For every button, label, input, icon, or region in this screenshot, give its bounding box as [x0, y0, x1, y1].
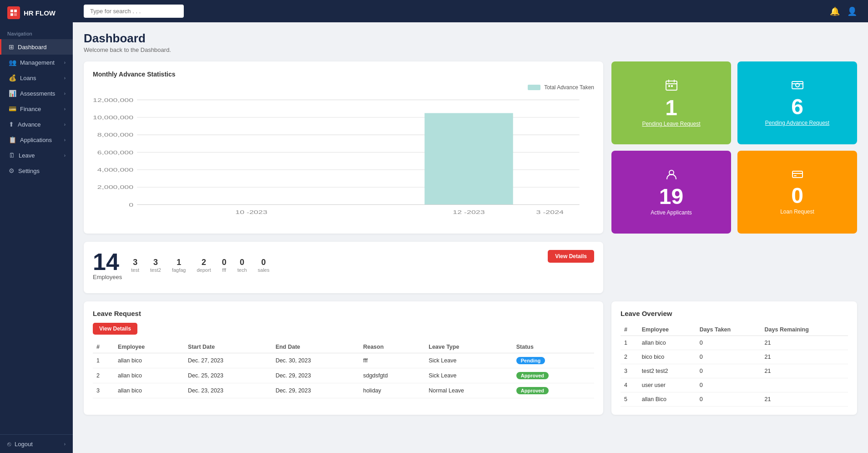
pending-advance-label: Pending Advance Request	[765, 120, 829, 126]
leave-overview-title: Leave Overview	[621, 310, 848, 317]
svg-rect-19	[424, 113, 513, 204]
table-row: 1 allan bico 0 21	[621, 336, 848, 350]
bottom-grid: Leave Request View Details # Employee St…	[84, 301, 857, 415]
active-applicants-number: 19	[659, 186, 683, 208]
svg-text:10 -2023: 10 -2023	[235, 209, 267, 215]
svg-text:8,000,000: 8,000,000	[97, 132, 133, 138]
cell-days-remaining: 21	[761, 336, 848, 350]
sidebar-item-management[interactable]: 👥 Management ›	[0, 55, 73, 70]
loans-icon: 💰	[9, 74, 16, 81]
cell-days-taken: 0	[696, 392, 761, 407]
cell-end-date: Dec. 29, 2023	[272, 383, 360, 398]
col-num: #	[93, 341, 114, 353]
logout-label: Logout	[15, 441, 33, 448]
cell-days-taken: 0	[696, 350, 761, 364]
employees-view-details-button[interactable]: View Details	[548, 250, 594, 263]
sidebar-item-label: Dashboard	[18, 44, 47, 51]
cell-num: 1	[93, 353, 114, 368]
cell-status: Pending	[513, 353, 594, 368]
cell-end-date: Dec. 30, 2023	[272, 353, 360, 368]
svg-text:3 -2024: 3 -2024	[536, 209, 564, 215]
dept-count: 2	[202, 258, 206, 267]
chevron-right-icon: ›	[64, 76, 66, 81]
col-days-taken: Days Taken	[696, 324, 761, 336]
management-icon: 👥	[9, 59, 16, 66]
nav-section-label: Navigation	[0, 25, 73, 39]
sidebar-item-settings[interactable]: ⚙ Settings	[0, 163, 73, 178]
loan-request-label: Loan Request	[780, 209, 814, 215]
logo-icon	[7, 6, 20, 19]
sidebar-item-finance[interactable]: 💳 Finance ›	[0, 101, 73, 117]
employees-count: 14	[93, 250, 122, 274]
leave-view-details-button[interactable]: View Details	[93, 323, 137, 335]
sidebar-item-label: Management	[20, 59, 55, 66]
applicants-icon	[666, 168, 677, 183]
cell-num: 2	[621, 350, 638, 364]
cell-days-taken: 0	[696, 378, 761, 392]
employees-label: Employees	[93, 274, 122, 280]
sidebar-item-leave[interactable]: 🗓 Leave ›	[0, 148, 73, 163]
dept-name: deport	[197, 267, 211, 273]
content-area: Dashboard Welcome back to the Dashboard.…	[73, 22, 868, 453]
page-subtitle: Welcome back to the Dashboard.	[84, 46, 857, 53]
cell-start-date: Dec. 25, 2023	[184, 368, 272, 383]
logo[interactable]: HR FLOW	[0, 0, 73, 25]
cell-days-remaining: 21	[761, 350, 848, 364]
chart-svg: 0 2,000,000 4,000,000 6,000,000 8,000,00…	[93, 95, 594, 223]
sidebar-item-label: Leave	[19, 152, 35, 159]
col-end-date: End Date	[272, 341, 360, 353]
logout-icon: ⎋	[7, 440, 11, 448]
cell-employee: allan bico	[638, 336, 696, 350]
sidebar-item-advance[interactable]: ⬆ Advance ›	[0, 117, 73, 132]
chart-title: Monthly Advance Statistics	[93, 71, 594, 78]
cell-reason: holiday	[359, 383, 425, 398]
pending-leave-number: 1	[665, 97, 677, 119]
col-leave-type: Leave Type	[425, 341, 513, 353]
cell-days-taken: 0	[696, 364, 761, 378]
cell-status: Approved	[513, 383, 594, 398]
user-icon[interactable]: 👤	[847, 6, 857, 16]
table-row: 4 user user 0	[621, 378, 848, 392]
active-applicants-label: Active Applicants	[651, 209, 692, 216]
sidebar-item-label: Assessments	[20, 90, 55, 97]
cell-leave-type: Sick Leave	[425, 368, 513, 383]
table-row: 1 allan bico Dec. 27, 2023 Dec. 30, 2023…	[93, 353, 594, 368]
topbar-icons: 🔔 👤	[830, 6, 857, 16]
cell-status: Approved	[513, 368, 594, 383]
search-input[interactable]	[84, 5, 184, 18]
loan-icon	[792, 169, 803, 182]
notification-icon[interactable]: 🔔	[830, 6, 840, 16]
cell-num: 4	[621, 378, 638, 392]
chevron-right-icon: ›	[64, 122, 66, 127]
svg-rect-30	[671, 85, 673, 87]
dashboard-icon: ⊞	[9, 43, 14, 51]
dept-count: 1	[177, 258, 181, 267]
leave-overview-table: # Employee Days Taken Days Remaining 1 a…	[621, 324, 848, 407]
svg-text:10,000,000: 10,000,000	[93, 114, 133, 120]
logo-text: HR FLOW	[24, 9, 56, 17]
dept-item-test: 3 test	[131, 258, 139, 273]
table-row: 3 test2 test2 0 21	[621, 364, 848, 378]
svg-text:6,000,000: 6,000,000	[97, 149, 133, 155]
employees-header: 14 Employees 3 test 3 test2	[93, 250, 594, 280]
chevron-right-icon: ›	[64, 137, 66, 143]
col-num: #	[621, 324, 638, 336]
svg-text:4,000,000: 4,000,000	[97, 167, 133, 173]
sidebar-item-dashboard[interactable]: ⊞ Dashboard	[0, 39, 73, 55]
dept-name: tech	[237, 267, 247, 273]
stat-card-pending-leave[interactable]: 1 Pending Leave Request	[611, 61, 731, 144]
dept-item-tech: 0 tech	[237, 258, 247, 273]
table-row: 2 allan bico Dec. 25, 2023 Dec. 29, 2023…	[93, 368, 594, 383]
sidebar-item-applications[interactable]: 📋 Applications ›	[0, 132, 73, 148]
dept-item-fff: 0 fff	[222, 258, 227, 273]
dept-count: 3	[133, 258, 137, 267]
leave-overview-card: Leave Overview # Employee Days Taken Day…	[611, 301, 857, 415]
logout-button[interactable]: ⎋ Logout ›	[0, 435, 73, 453]
cell-employee: allan bico	[114, 353, 184, 368]
svg-text:12,000,000: 12,000,000	[93, 97, 133, 103]
sidebar-item-label: Applications	[20, 137, 52, 143]
stat-card-pending-advance[interactable]: 6 Pending Advance Request	[737, 61, 857, 144]
svg-rect-35	[792, 171, 802, 178]
sidebar-item-loans[interactable]: 💰 Loans ›	[0, 70, 73, 86]
sidebar-item-assessments[interactable]: 📊 Assessments ›	[0, 86, 73, 101]
